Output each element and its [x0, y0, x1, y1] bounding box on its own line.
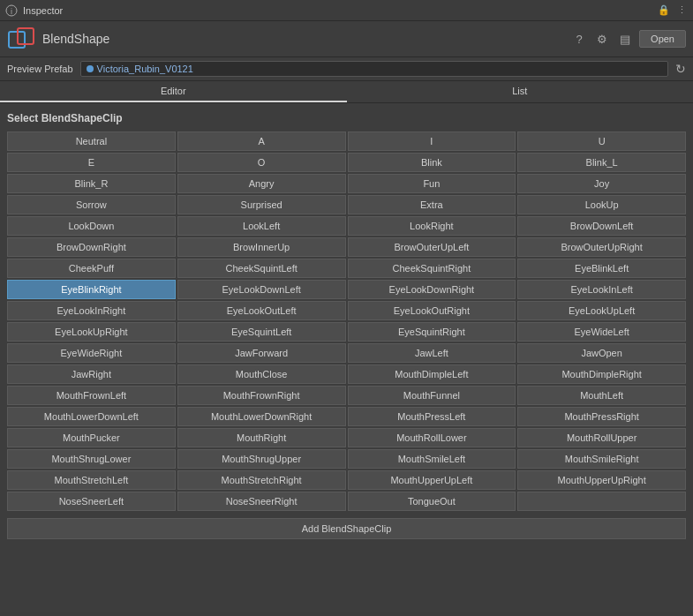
grid-cell [517, 492, 686, 511]
tab-editor[interactable]: Editor [0, 81, 347, 102]
grid-cell[interactable]: A [177, 131, 346, 151]
grid-cell[interactable]: Joy [517, 174, 686, 193]
grid-cell[interactable]: EyeBlinkLeft [517, 259, 686, 278]
grid-cell[interactable]: BrowDownLeft [517, 216, 686, 236]
grid-cell[interactable]: MouthUpperUpLeft [348, 470, 516, 490]
grid-cell[interactable]: Blink_R [7, 174, 176, 193]
grid-cell[interactable]: MouthShrugLower [7, 449, 176, 469]
grid-cell[interactable]: EyeSquintRight [348, 322, 516, 342]
grid-cell[interactable]: EyeLookOutRight [348, 301, 516, 320]
grid-cell[interactable]: MouthRollUpper [517, 428, 686, 447]
grid-cell[interactable]: NoseSneerRight [177, 492, 346, 511]
grid-cell[interactable]: E [7, 153, 176, 172]
grid-cell[interactable]: BrowDownRight [7, 237, 176, 257]
grid-cell[interactable]: CheekSquintRight [348, 259, 516, 278]
tab-list[interactable]: List [347, 81, 694, 102]
grid-cell[interactable]: MouthSmileRight [517, 449, 686, 469]
grid-cell[interactable]: MouthStretchLeft [7, 470, 176, 490]
header-actions: ? ⚙ ▤ Open [570, 30, 686, 48]
grid-cell[interactable]: Surprised [177, 195, 346, 214]
grid-cell[interactable]: Neutral [7, 131, 176, 151]
grid-cell[interactable]: BrowInnerUp [177, 237, 346, 257]
grid-cell[interactable]: EyeLookInRight [7, 301, 176, 320]
grid-cell[interactable]: LookUp [517, 195, 686, 214]
grid-cell[interactable]: EyeLookOutLeft [177, 301, 346, 320]
grid-cell[interactable]: EyeLookUpRight [7, 322, 176, 342]
inspector-icon: i [5, 4, 18, 17]
grid-cell[interactable]: JawLeft [348, 343, 516, 363]
grid-cell[interactable]: CheekSquintLeft [177, 259, 346, 278]
main-content: Select BlendShapeClip NeutralAIUEOBlinkB… [0, 103, 693, 612]
grid-cell[interactable]: BrowOuterUpRight [517, 237, 686, 257]
grid-cell[interactable]: TongueOut [348, 492, 516, 511]
settings-icon[interactable]: ⚙ [593, 30, 611, 48]
help-icon[interactable]: ? [570, 30, 588, 48]
menu-icon[interactable]: ⋮ [675, 4, 688, 17]
header-title: BlendShape [42, 32, 109, 46]
grid-cell[interactable]: Sorrow [7, 195, 176, 214]
grid-cell[interactable]: BrowOuterUpLeft [348, 237, 516, 257]
grid-cell[interactable]: I [348, 131, 516, 151]
grid-cell[interactable]: MouthLeft [517, 386, 686, 405]
grid-cell[interactable]: EyeSquintLeft [177, 322, 346, 342]
grid-cell[interactable]: MouthShrugUpper [177, 449, 346, 469]
grid-cell[interactable]: NoseSneerLeft [7, 492, 176, 511]
grid-cell[interactable]: MouthFrownLeft [7, 386, 176, 405]
open-button[interactable]: Open [639, 30, 686, 48]
grid-cell[interactable]: MouthClose [177, 364, 346, 384]
preview-value: Victoria_Rubin_V0121 [97, 64, 193, 74]
lock-icon[interactable]: 🔒 [658, 4, 670, 17]
grid-cell[interactable]: EyeLookUpLeft [517, 301, 686, 320]
grid-cell[interactable]: Blink_L [517, 153, 686, 172]
grid-cell[interactable]: MouthFunnel [348, 386, 516, 405]
grid-cell[interactable]: MouthRight [177, 428, 346, 447]
grid-cell[interactable]: MouthPucker [7, 428, 176, 447]
grid-cell[interactable]: EyeBlinkRight [7, 280, 176, 299]
grid-cell[interactable]: MouthFrownRight [177, 386, 346, 405]
header: BlendShape ? ⚙ ▤ Open [0, 21, 693, 57]
grid-cell[interactable]: Fun [348, 174, 516, 193]
grid-cell[interactable]: EyeWideRight [7, 343, 176, 363]
blendshape-grid: NeutralAIUEOBlinkBlink_LBlink_RAngryFunJ… [7, 131, 686, 511]
add-blendshape-button[interactable]: Add BlendShapeClip [7, 518, 686, 539]
grid-cell[interactable]: Angry [177, 174, 346, 193]
grid-cell[interactable]: MouthDimpleRight [517, 364, 686, 384]
svg-text:i: i [11, 7, 12, 16]
grid-cell[interactable]: MouthSmileLeft [348, 449, 516, 469]
tabs: Editor List [0, 81, 693, 103]
grid-cell[interactable]: MouthLowerDownLeft [7, 407, 176, 426]
grid-cell[interactable]: LookLeft [177, 216, 346, 236]
preview-field[interactable]: Victoria_Rubin_V0121 [80, 61, 668, 77]
preview-bar: Preview Prefab Victoria_Rubin_V0121 ↻ [0, 57, 693, 81]
grid-cell[interactable]: EyeLookInLeft [517, 280, 686, 299]
preview-label: Preview Prefab [7, 64, 73, 74]
grid-cell[interactable]: EyeLookDownRight [348, 280, 516, 299]
grid-cell[interactable]: O [177, 153, 346, 172]
grid-cell[interactable]: LookDown [7, 216, 176, 236]
grid-cell[interactable]: MouthLowerDownRight [177, 407, 346, 426]
grid-cell[interactable]: CheekPuff [7, 259, 176, 278]
grid-cell[interactable]: MouthPressRight [517, 407, 686, 426]
preset-icon[interactable]: ▤ [616, 30, 634, 48]
preview-dot-icon [87, 65, 94, 72]
title-bar-controls: 🔒 ⋮ [658, 4, 688, 17]
section-title: Select BlendShapeClip [7, 110, 686, 126]
grid-cell[interactable]: LookRight [348, 216, 516, 236]
grid-cell[interactable]: U [517, 131, 686, 151]
grid-cell[interactable]: MouthUpperUpRight [517, 470, 686, 490]
title-bar-label: Inspector [23, 5, 63, 16]
grid-cell[interactable]: MouthPressLeft [348, 407, 516, 426]
title-bar: i Inspector 🔒 ⋮ [0, 0, 693, 21]
grid-cell[interactable]: MouthStretchRight [177, 470, 346, 490]
grid-cell[interactable]: Extra [348, 195, 516, 214]
grid-cell[interactable]: EyeWideLeft [517, 322, 686, 342]
grid-cell[interactable]: EyeLookDownLeft [177, 280, 346, 299]
blend-shape-icon [7, 25, 35, 53]
grid-cell[interactable]: JawOpen [517, 343, 686, 363]
grid-cell[interactable]: MouthRollLower [348, 428, 516, 447]
refresh-icon[interactable]: ↻ [675, 62, 686, 76]
grid-cell[interactable]: JawForward [177, 343, 346, 363]
grid-cell[interactable]: Blink [348, 153, 516, 172]
grid-cell[interactable]: JawRight [7, 364, 176, 384]
grid-cell[interactable]: MouthDimpleLeft [348, 364, 516, 384]
